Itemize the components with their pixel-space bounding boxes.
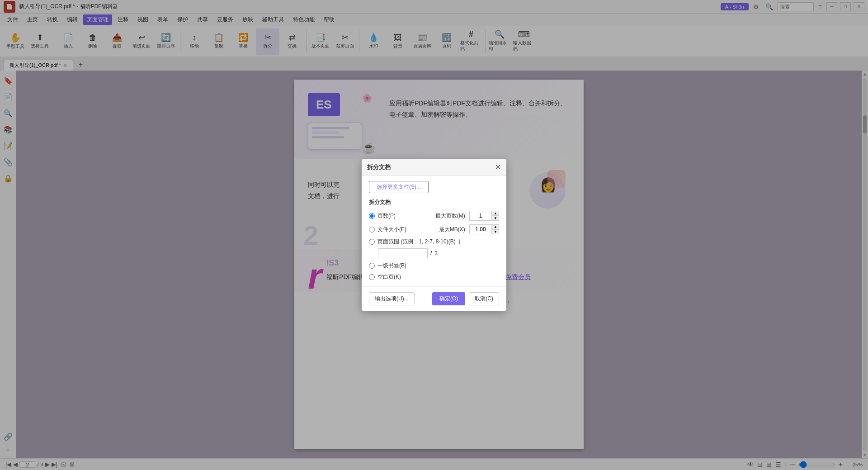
max-pages-up[interactable]: ▲	[492, 211, 499, 216]
output-options-button[interactable]: 输出选项(U)...	[369, 292, 415, 305]
page-range-row: / 3	[369, 248, 499, 258]
dialog-backdrop: 拆分文档 ✕ 选择更多文件(S)... 拆分文档 页数(P) 最大页数(M):	[0, 0, 868, 470]
radio-row-pages: 页数(P) 最大页数(M): ▲ ▼	[369, 211, 499, 221]
cancel-button[interactable]: 取消(C)	[469, 292, 499, 305]
select-files-btn[interactable]: 选择更多文件(S)...	[369, 181, 429, 193]
max-mb-up[interactable]: ▲	[492, 224, 499, 229]
radio-row-blank: 空白页(K)	[369, 273, 499, 281]
radio-bookmark-label: 一级书签(B)	[377, 262, 406, 270]
max-pages-input[interactable]	[469, 211, 492, 221]
radio-row-pagerange: 页面范围 (范例：1, 2-7, 8-10)(B) ℹ / 3	[369, 238, 499, 258]
dialog-section-title: 拆分文档	[369, 199, 499, 206]
dialog-footer: 输出选项(U)... 确定(O) 取消(C)	[362, 286, 506, 311]
radio-pages-label: 页数(P)	[377, 212, 396, 220]
confirm-button[interactable]: 确定(O)	[432, 292, 465, 305]
radio-blank-label: 空白页(K)	[377, 273, 401, 281]
radio-filesize[interactable]	[369, 227, 375, 233]
radio-pagerange-label: 页面范围 (范例：1, 2-7, 8-10)(B)	[377, 238, 456, 246]
dialog-title: 拆分文档	[367, 163, 391, 171]
dialog-header: 拆分文档 ✕	[362, 159, 506, 176]
max-pages-label: 最大页数(M):	[435, 212, 467, 220]
info-icon[interactable]: ℹ	[458, 238, 461, 246]
page-range-total: 3	[434, 250, 438, 256]
max-mb-label: 最大MB(X):	[439, 226, 467, 233]
max-mb-down[interactable]: ▼	[492, 229, 499, 234]
radio-group: 页数(P) 最大页数(M): ▲ ▼	[369, 211, 499, 281]
radio-bookmark[interactable]	[369, 263, 375, 269]
max-pages-spinner: ▲ ▼	[469, 211, 499, 221]
radio-blank[interactable]	[369, 274, 375, 280]
max-mb-input[interactable]	[469, 224, 492, 234]
page-range-separator: /	[430, 250, 432, 256]
dialog-close-button[interactable]: ✕	[495, 163, 501, 171]
page-range-input[interactable]	[378, 248, 428, 258]
footer-right: 确定(O) 取消(C)	[432, 292, 499, 305]
max-pages-down[interactable]: ▼	[492, 216, 499, 221]
radio-pages[interactable]	[369, 213, 375, 219]
radio-pagerange[interactable]	[369, 239, 375, 245]
radio-row-bookmark: 一级书签(B)	[369, 262, 499, 270]
split-dialog: 拆分文档 ✕ 选择更多文件(S)... 拆分文档 页数(P) 最大页数(M):	[362, 159, 506, 311]
max-mb-spinner: ▲ ▼	[469, 224, 499, 234]
radio-row-filesize: 文件大小(E) 最大MB(X): ▲ ▼	[369, 224, 499, 234]
dialog-body: 选择更多文件(S)... 拆分文档 页数(P) 最大页数(M):	[362, 176, 506, 286]
radio-filesize-label: 文件大小(E)	[377, 226, 406, 233]
